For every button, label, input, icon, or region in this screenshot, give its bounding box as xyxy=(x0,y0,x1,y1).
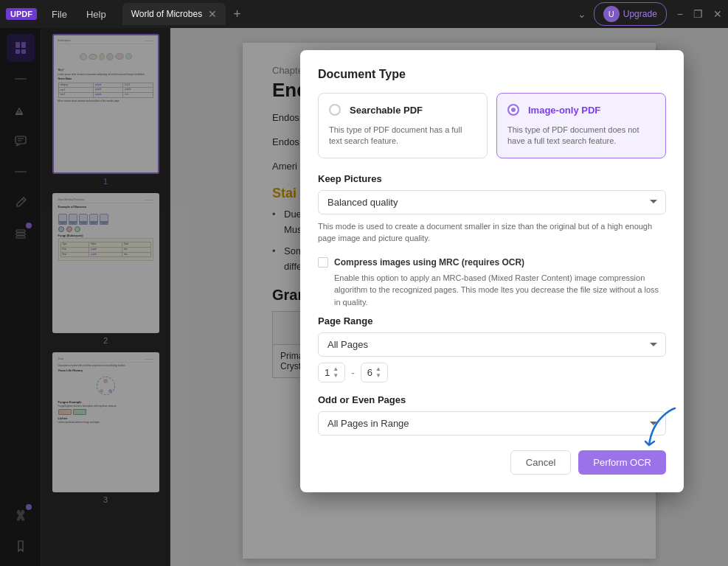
ocr-actions: Cancel Perform OCR xyxy=(318,450,666,475)
keep-pictures-section: Keep Pictures Balanced quality High qual… xyxy=(318,173,666,245)
range-end-down[interactable]: ▼ xyxy=(375,373,381,379)
ocr-panel-title: Document Type xyxy=(318,68,666,81)
tab-dropdown-icon[interactable]: ⌄ xyxy=(578,8,586,20)
close-tab-icon[interactable]: ✕ xyxy=(208,9,217,19)
odd-even-label: Odd or Even Pages xyxy=(318,394,666,405)
doc-type-searchable[interactable]: Searchable PDF This type of PDF document… xyxy=(318,93,488,158)
cancel-button[interactable]: Cancel xyxy=(510,450,571,475)
range-start-input[interactable]: 1 ▲ ▼ xyxy=(318,363,345,382)
maximize-icon[interactable]: ❒ xyxy=(693,8,703,20)
range-end-input[interactable]: 6 ▲ ▼ xyxy=(361,363,388,382)
ocr-overlay: Document Type Searchable PDF This type o… xyxy=(0,28,728,566)
tab-bar: World of Microbes ✕ + xyxy=(122,3,573,25)
range-end-up[interactable]: ▲ xyxy=(375,366,381,372)
menu-file[interactable]: File xyxy=(44,7,74,21)
doc-type-searchable-name: Searchable PDF xyxy=(350,105,423,116)
mrc-checkbox[interactable] xyxy=(318,257,328,268)
radio-image-only[interactable] xyxy=(507,104,519,116)
doc-type-options: Searchable PDF This type of PDF document… xyxy=(318,93,666,158)
keep-pictures-desc: This mode is used to create a document s… xyxy=(318,220,666,245)
keep-pictures-select[interactable]: Balanced quality High quality Low qualit… xyxy=(318,190,666,214)
tab-world-of-microbes[interactable]: World of Microbes ✕ xyxy=(122,3,226,25)
range-start-up[interactable]: ▲ xyxy=(333,366,339,372)
range-separator: - xyxy=(351,367,355,379)
keep-pictures-label: Keep Pictures xyxy=(318,173,666,184)
doc-type-searchable-desc: This type of PDF document has a full tex… xyxy=(329,125,476,147)
mrc-desc: Enable this option to apply an MRC-based… xyxy=(334,272,666,309)
app-logo: UPDF xyxy=(6,8,37,20)
range-start-down[interactable]: ▼ xyxy=(333,373,339,379)
range-start-value: 1 xyxy=(325,367,330,378)
page-range-label: Page Range xyxy=(318,315,666,326)
titlebar-right: ⌄ U Upgrade xyxy=(578,2,667,26)
close-icon[interactable]: ✕ xyxy=(713,8,722,20)
user-avatar: U xyxy=(603,6,620,22)
window-controls: − ❒ ✕ xyxy=(677,8,722,20)
page-range-inputs: 1 ▲ ▼ - 6 ▲ ▼ xyxy=(318,363,666,382)
mrc-label: Compress images using MRC (requires OCR) xyxy=(334,256,666,269)
range-end-value: 6 xyxy=(367,367,372,378)
tab-title: World of Microbes xyxy=(131,9,202,19)
doc-type-image-only-name: Image-only PDF xyxy=(528,105,600,116)
upgrade-button[interactable]: U Upgrade xyxy=(594,2,667,26)
arrow-annotation xyxy=(638,401,682,463)
ocr-panel: Document Type Searchable PDF This type o… xyxy=(300,50,684,492)
minimize-icon[interactable]: − xyxy=(677,8,683,20)
doc-type-image-only-desc: This type of PDF document does not have … xyxy=(507,125,655,147)
page-range-select[interactable]: All Pages Current Page Custom Range xyxy=(318,332,666,357)
page-range-section: Page Range All Pages Current Page Custom… xyxy=(318,315,666,382)
add-tab-button[interactable]: + xyxy=(229,5,246,24)
menu-help[interactable]: Help xyxy=(79,7,114,21)
radio-searchable[interactable] xyxy=(329,104,341,116)
mrc-section: Compress images using MRC (requires OCR)… xyxy=(318,256,666,308)
titlebar: UPDF File Help World of Microbes ✕ + ⌄ U… xyxy=(0,0,728,28)
doc-type-image-only[interactable]: Image-only PDF This type of PDF document… xyxy=(496,93,666,158)
odd-even-select[interactable]: All Pages in Range Odd Pages Only Even P… xyxy=(318,411,666,436)
odd-even-section: Odd or Even Pages All Pages in Range Odd… xyxy=(318,394,666,436)
